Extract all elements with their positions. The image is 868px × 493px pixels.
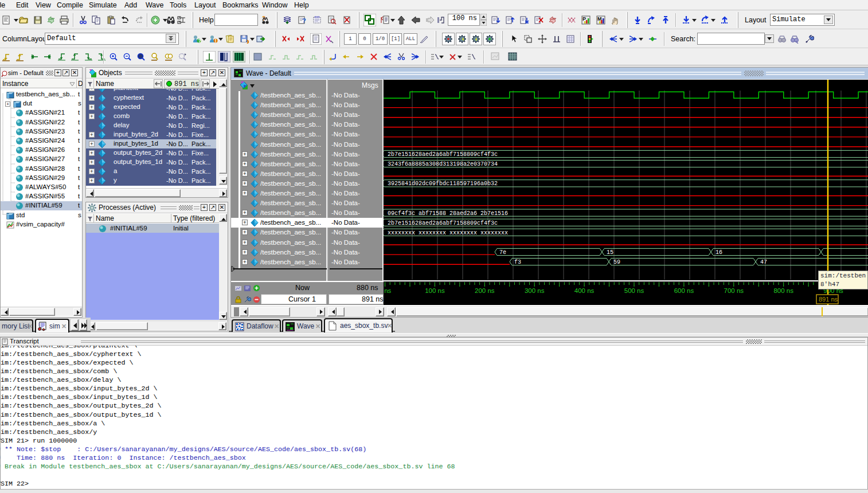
svg-text:xxxxxxxx xxxxxxxx xxxxxxxx xxx: xxxxxxxx xxxxxxxx xxxxxxxx xxxxxxxx	[388, 230, 508, 236]
svg-text:500 ns: 500 ns	[624, 287, 644, 294]
svg-text:2b7e151628aed2a6abf7158809cf4f: 2b7e151628aed2a6abf7158809cf4f3c	[388, 220, 498, 226]
svg-text:200 ns: 200 ns	[475, 287, 495, 294]
svg-text:3243f6a8885a308d313198a2e03707: 3243f6a8885a308d313198a2e0370734	[388, 161, 498, 167]
svg-text:891 ns: 891 ns	[819, 296, 838, 303]
svg-text:400 ns: 400 ns	[574, 287, 595, 294]
svg-text:300 ns: 300 ns	[525, 287, 545, 294]
svg-text:59: 59	[613, 259, 620, 265]
svg-text:0 ns: 0 ns	[384, 287, 392, 294]
svg-text:15: 15	[607, 249, 613, 256]
svg-text:!: !	[214, 38, 216, 44]
svg-text:700 ns: 700 ns	[724, 287, 744, 294]
svg-text:2b7e151628aed2a6abf7158809cf4f: 2b7e151628aed2a6abf7158809cf4f3c	[388, 151, 498, 158]
svg-text:800 ns: 800 ns	[773, 287, 793, 294]
svg-text:16: 16	[715, 249, 722, 256]
svg-text:100 ns: 100 ns	[425, 287, 445, 294]
svg-text:47: 47	[760, 259, 767, 265]
svg-text:7e: 7e	[499, 249, 506, 256]
svg-text:09cf4f3c abf71588 28aed2a6 2b7: 09cf4f3c abf71588 28aed2a6 2b7e1516	[388, 210, 508, 217]
svg-text:?: ?	[198, 38, 201, 44]
svg-text:f3: f3	[514, 259, 521, 265]
svg-text:P: P	[582, 16, 586, 22]
svg-text:600 ns: 600 ns	[674, 287, 694, 294]
svg-text:3925841d02dc09fbdc118597196a0b: 3925841d02dc09fbdc118597196a0b32	[388, 181, 498, 187]
svg-text:?: ?	[302, 17, 306, 24]
